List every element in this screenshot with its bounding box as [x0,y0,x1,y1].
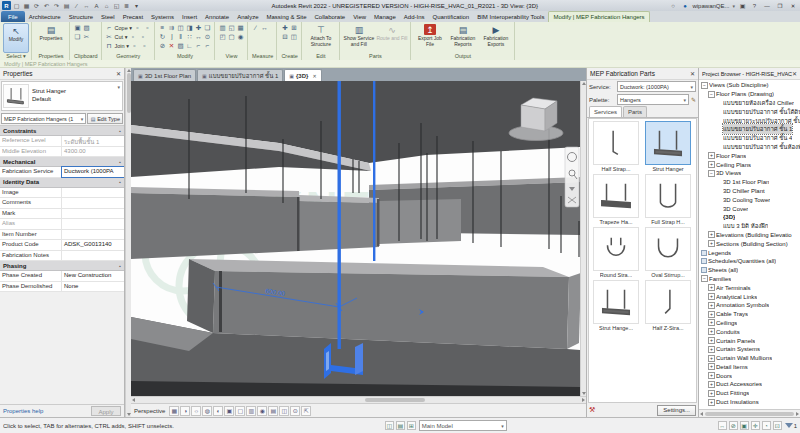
browser-horizontal-scrollbar[interactable] [699,409,800,417]
print-icon[interactable]: ▤ [62,1,71,10]
tree-item[interactable]: −Families [699,275,800,284]
property-value[interactable] [62,251,124,261]
part-item[interactable]: Strut Hanger [643,121,693,172]
tree-expander-icon[interactable]: + [708,381,715,388]
select-links-icon[interactable]: ⊡ [773,421,782,430]
ribbon-tab-collaborate[interactable]: Collaborate [311,11,350,22]
fabrication-reports-button[interactable]: ▤Fabrication Reports [447,23,479,47]
part-item[interactable]: Oval Stirrup... [643,227,693,278]
apply-button[interactable]: Apply [91,406,121,416]
extend-corner-icon[interactable]: ∟ [185,41,194,50]
view-tab[interactable]: ▣แบบขยายปรับอากาศ ชั้น 1 [197,69,283,81]
ribbon-tab-architecture[interactable]: Architecture [25,11,65,22]
show-service-and-fill-button[interactable]: ▥Show Service and Fill [343,23,375,47]
part-item[interactable]: Strut Hange... [591,280,641,331]
export-job-file-button[interactable]: ↥Export Job File [414,23,446,47]
tree-expander-icon[interactable]: − [708,91,715,98]
property-value[interactable] [62,198,124,208]
tree-item[interactable]: +Curtain Systems [699,345,800,354]
attach-to-structure-button[interactable]: ⊤Attach To Structure [305,23,337,47]
tree-expander-icon[interactable]: + [708,161,715,168]
create-similar-icon[interactable]: ✚ [280,23,289,32]
property-value[interactable]: None [62,282,124,292]
tree-item[interactable]: +Floor Plans [699,151,800,160]
render-icon[interactable]: ◍ [202,406,212,416]
search-icon[interactable]: ○ [668,1,677,10]
constraints-icon[interactable]: ⊙ [290,406,300,416]
ribbon-tab-analyze[interactable]: Analyze [233,11,262,22]
ribbon-tab-structure[interactable]: Structure [65,11,97,22]
tree-item[interactable]: +Ceilings [699,319,800,328]
trim-single-icon[interactable]: ⌐ [194,41,203,50]
reveal-hidden-icon[interactable]: ◉ [236,32,245,41]
settings-button[interactable]: Settings... [657,405,696,416]
browser-close-icon[interactable]: ✕ [792,70,797,77]
tree-expander-icon[interactable]: + [708,372,715,379]
hide-icon[interactable]: ▥ [218,23,227,32]
tree-expander-icon[interactable]: + [708,302,715,309]
temporary-properties-icon[interactable]: ▤ [268,406,278,416]
tree-item[interactable]: +Duct Accessories [699,380,800,389]
section-header-mechanical[interactable]: Mechanical▪ [0,157,124,167]
view-tab[interactable]: ▣{3D}✕ [284,69,321,81]
palette-dropdown[interactable]: Hangers▾ [617,94,689,105]
tree-expander-icon[interactable]: − [708,170,715,177]
tree-item[interactable]: −Views (Sub Discipline) [699,81,800,90]
press-drag-icon[interactable]: ✛ [751,421,760,430]
tree-expander-icon[interactable]: + [708,363,715,370]
tree-expander-icon[interactable]: − [701,82,708,89]
aligned-dimension-icon[interactable]: ↔ [82,1,91,10]
revit-menu-icon[interactable]: R [2,1,11,10]
create-parts-icon[interactable]: ◫ [289,32,298,41]
copy-clip-icon[interactable]: ❏ [73,32,82,41]
type-selector[interactable]: Strut Hanger Default ▾ [1,81,123,111]
view-tab[interactable]: ▣3D 1st Floor Plan [133,69,196,81]
customize-qat-icon[interactable]: ▾ [132,1,141,10]
canvas-horizontal-scrollbar[interactable] [131,396,586,403]
tree-item[interactable]: +Detail Items [699,363,800,372]
property-value[interactable] [62,230,124,240]
sun-path-icon[interactable]: ☼ [191,406,201,416]
ribbon-tab-precast[interactable]: Precast [119,11,147,22]
undo-icon[interactable]: ↶ [42,1,51,10]
activate-dimensions-icon[interactable]: ↔ [718,421,727,430]
section-collapse-icon[interactable]: ▪ [119,128,121,134]
tree-expander-icon[interactable]: + [708,355,715,362]
tree-item[interactable]: −3D Views [699,169,800,178]
ribbon-tab-quantification[interactable]: Quantification [428,11,473,22]
trim-extend-icon[interactable]: ⌋ [167,32,176,41]
offset-icon[interactable]: ⇉ [167,23,176,32]
join-tool[interactable]: ⊓Join ▾▫▫ [105,41,152,50]
crop-view-icon[interactable]: ▣ [224,406,234,416]
section-icon[interactable]: ◱ [112,1,121,10]
property-value[interactable]: ระดับพื้นชั้น 1 [62,136,124,146]
measure-icon[interactable]: ∕ [72,1,81,10]
displacement-icon[interactable]: ⇱ [301,406,311,416]
3d-canvas[interactable]: SYNERGYS [131,81,580,396]
mirror-pick-icon[interactable]: ◨ [185,23,194,32]
rotate-icon[interactable]: ↻ [158,32,167,41]
tree-expander-icon[interactable]: + [708,328,715,335]
section-collapse-icon[interactable]: ▪ [119,263,121,269]
tree-expander-icon[interactable]: + [708,152,715,159]
tree-expander-icon[interactable]: + [708,231,715,238]
design-option-dropdown[interactable]: Main Model▾ [419,420,507,431]
ribbon-tab-manage[interactable]: Manage [370,11,400,22]
shadows-icon[interactable]: ◑ [180,406,190,416]
unpin-icon[interactable]: ⊘ [158,41,167,50]
view-tab-close-icon[interactable]: ✕ [312,73,316,79]
section-box-icon[interactable]: ◰ [218,32,227,41]
tree-item[interactable]: +Conduits [699,327,800,336]
move-icon[interactable]: ✚ [194,23,203,32]
tree-expander-icon[interactable]: + [708,337,715,344]
copy-icon[interactable]: ❏ [203,23,212,32]
pin-icon[interactable]: ⊙ [203,32,212,41]
graphics-icon[interactable]: ▦ [236,23,245,32]
ribbon-tab-annotate[interactable]: Annotate [201,11,233,22]
tree-expander-icon[interactable]: + [708,311,715,318]
tree-item[interactable]: +Cable Trays [699,310,800,319]
section-header-identity-data[interactable]: Identity Data▪ [0,178,124,188]
parts-tab-parts[interactable]: Parts [623,106,647,117]
help-icon[interactable]: ? [750,1,759,10]
property-value[interactable]: ADSK_G0013140 [62,240,124,250]
